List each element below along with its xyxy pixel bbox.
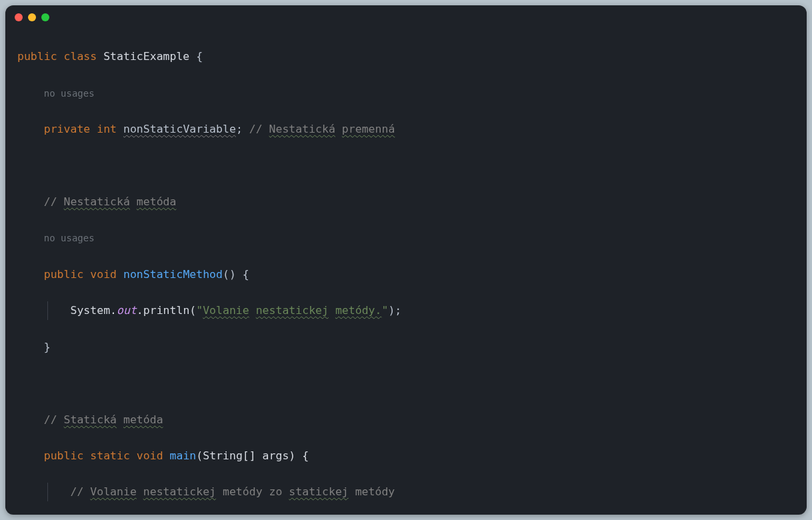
usage-hint: no usages	[44, 88, 95, 99]
code-editor[interactable]: public class StaticExample { no usages p…	[5, 25, 807, 515]
comment: // Nestatická premenná	[249, 123, 395, 135]
blank-line	[17, 374, 795, 392]
out-field: out	[117, 304, 137, 317]
usage-hint: no usages	[44, 233, 95, 243]
comment: // Nestatická metóda	[44, 195, 177, 208]
inlay-hint: no usages	[17, 229, 795, 247]
string-word: Volanie	[203, 304, 249, 317]
modifier: static	[90, 449, 130, 462]
class-name: StaticExample	[103, 50, 189, 63]
inlay-hint: no usages	[17, 84, 795, 102]
editor-window: public class StaticExample { no usages p…	[5, 5, 807, 515]
string-word: nestatickej	[256, 304, 329, 317]
code-line: // Nestatická metóda	[17, 193, 795, 211]
close-button[interactable]	[15, 13, 23, 21]
quote: "	[381, 304, 388, 317]
comment: // Statická metóda	[44, 413, 163, 426]
comment-word: Nestatická	[269, 123, 335, 135]
comment-word: premenná	[342, 123, 395, 135]
code-line: public static void main(String[] args) {	[17, 447, 795, 465]
modifier: private	[44, 123, 91, 135]
comment-prefix: //	[249, 123, 269, 135]
code-line: System.out.println("Volanie nestatickej …	[17, 301, 795, 319]
window-titlebar	[5, 5, 807, 25]
comment-word: metóda	[137, 195, 177, 208]
maximize-button[interactable]	[41, 13, 49, 21]
tail: );	[388, 304, 401, 317]
code-line: // Volanie nestatickej metódy zo statick…	[17, 483, 795, 501]
sig-tail: () {	[223, 268, 249, 281]
sig-tail: (String[] args) {	[196, 449, 309, 462]
comment-prefix: //	[44, 195, 64, 208]
blank-line	[17, 157, 795, 175]
code-line: private int nonStaticVariable; // Nestat…	[17, 120, 795, 138]
comment-word: statickej	[289, 485, 348, 498]
comment-word: Statická	[64, 413, 117, 426]
code-line: // Statická metóda	[17, 411, 795, 429]
method-name: nonStaticMethod	[123, 268, 223, 281]
comment: // Volanie nestatickej metódy zo statick…	[70, 485, 395, 498]
comment-text: metódy zo	[216, 485, 289, 498]
keyword: public class	[17, 50, 97, 63]
system: System.	[70, 304, 117, 317]
code-line: public class StaticExample {	[17, 47, 795, 65]
main-method: main	[170, 449, 197, 462]
void: void	[137, 449, 163, 462]
field-name: nonStaticVariable	[123, 123, 236, 135]
modifier: public	[44, 268, 84, 281]
comment-word: nestatickej	[143, 485, 216, 498]
type: int	[97, 123, 117, 135]
comment-prefix: //	[70, 485, 90, 498]
code-line: }	[17, 338, 795, 356]
semicolon: ;	[236, 123, 243, 135]
string: "Volanie nestatickej metódy."	[196, 304, 388, 317]
comment-word: Volanie	[90, 485, 137, 498]
quote: "	[196, 304, 203, 317]
minimize-button[interactable]	[28, 13, 36, 21]
comment-word: metóda	[123, 413, 163, 426]
comment-text: metódy	[349, 485, 395, 498]
string-word: metódy.	[335, 304, 382, 317]
code-line: public void nonStaticMethod() {	[17, 265, 795, 283]
brace: {	[196, 50, 203, 63]
comment-word: Nestatická	[64, 195, 130, 208]
comment-prefix: //	[44, 413, 64, 426]
modifier: public	[44, 449, 84, 462]
brace: }	[44, 341, 51, 353]
void: void	[90, 268, 117, 281]
println: .println(	[137, 304, 196, 317]
